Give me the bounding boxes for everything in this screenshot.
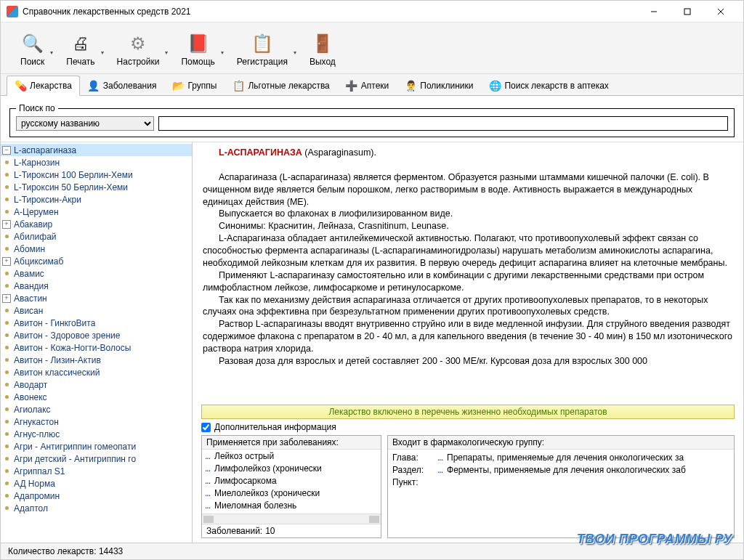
tree-item[interactable]: L-Тироксин-Акри	[1, 193, 192, 206]
toolbar-register[interactable]: 📋Регистрация▾	[226, 28, 299, 70]
bullet-icon	[2, 309, 11, 312]
additional-info-input[interactable]	[201, 423, 211, 432]
drug-article[interactable]: L-АСПАРАГИНАЗА (Asparaginasum). Аспараги…	[193, 142, 743, 405]
expand-icon[interactable]: +	[2, 220, 11, 229]
pharmacies-tab-icon: ➕	[346, 80, 357, 92]
tree-item[interactable]: Авонекс	[1, 391, 192, 403]
diseases-list[interactable]: ...Лейкоз острый...Лимфолейкоз (хроничес…	[202, 450, 381, 514]
article-paragraph: Выпускается во флаконах в лиофилизирован…	[203, 208, 735, 220]
help-icon: 📕	[187, 32, 210, 55]
tab-benefit[interactable]: 📋Льготные лекарства	[225, 76, 337, 95]
disease-item[interactable]: ...Миелолейкоз (хронически	[202, 487, 381, 499]
article-paragraph: Раствор L-аспарагиназы вводят внутривенн…	[203, 318, 735, 355]
bullet-icon	[2, 272, 11, 275]
pharm-row: Раздел:...Ферменты, применяемые для лече…	[392, 465, 729, 475]
settings-icon: ⚙	[126, 32, 150, 55]
tree-item[interactable]: Агриппал S1	[1, 465, 192, 477]
tab-groups[interactable]: 📂Группы	[164, 76, 225, 95]
link-icon[interactable]: ...	[205, 463, 210, 474]
toolbar-help[interactable]: 📕Помощь▾	[170, 28, 225, 70]
tree-item[interactable]: Агри - Антигриппин гомеопати	[1, 440, 192, 453]
tree-item[interactable]: Агнукастон	[1, 415, 192, 428]
tree-item[interactable]: Адаптол	[1, 502, 192, 514]
pharm-row: Пункт:	[392, 477, 729, 487]
toolbar-settings[interactable]: ⚙Настройки▾	[106, 28, 171, 70]
minimize-button[interactable]	[637, 1, 671, 23]
tree-item[interactable]: Адапромин	[1, 490, 192, 502]
bullet-icon	[2, 506, 11, 510]
window-title: Справочник лекарственных средств 2021	[23, 7, 637, 17]
tree-item[interactable]: Абилифай	[1, 230, 192, 243]
expand-icon[interactable]: +	[2, 294, 11, 303]
tree-item[interactable]: Аводарт	[1, 378, 192, 391]
tree-item[interactable]: Авамис	[1, 267, 192, 280]
tab-diseases[interactable]: 👤Заболевания	[80, 76, 165, 95]
search-icon: 🔍	[21, 32, 44, 55]
tree-item[interactable]: +Авастин	[1, 292, 192, 304]
tree-item[interactable]: Авандия	[1, 280, 192, 292]
expand-icon[interactable]: +	[2, 257, 11, 266]
article-paragraph: Применяют L-аспарагиназу самостоятельно …	[203, 269, 735, 294]
tab-drugs[interactable]: 💊Лекарства	[7, 76, 80, 96]
maximize-button[interactable]	[671, 1, 704, 23]
drugs-tab-icon: 💊	[15, 80, 26, 92]
toolbar-search[interactable]: 🔍Поиск▾	[9, 28, 55, 70]
search-input[interactable]	[158, 116, 728, 131]
dropdown-icon: ▾	[165, 49, 168, 56]
toolbar-print[interactable]: 🖨Печать▾	[55, 28, 105, 70]
tree-item[interactable]: Авитон классический	[1, 366, 192, 378]
tab-clinics[interactable]: 👨‍⚕️Поликлиники	[397, 76, 481, 95]
link-icon[interactable]: ...	[205, 500, 210, 511]
tree-item[interactable]: Агри детский - Антигриппин го	[1, 453, 192, 465]
bullet-icon	[2, 185, 11, 189]
disease-item[interactable]: ...Лейкоз острый	[202, 450, 381, 462]
tree-item[interactable]: L-Тироксин 50 Берлин-Хеми	[1, 181, 192, 193]
scrollbar-horizontal[interactable]	[202, 514, 381, 524]
tree-item[interactable]: −L-аспарагиназа	[1, 144, 192, 156]
bullet-icon	[2, 370, 11, 374]
tree-item[interactable]: Авитон - ГинкгоВита	[1, 317, 192, 329]
link-icon[interactable]: ...	[205, 488, 210, 498]
tree-item[interactable]: Авитон - Кожа-Ногти-Волосы	[1, 341, 192, 354]
bullet-icon	[2, 383, 11, 386]
disease-item[interactable]: ...Лимфосаркома	[202, 474, 381, 487]
bullet-icon	[2, 494, 11, 498]
tree-item[interactable]: L-Тироксин 100 Берлин-Хеми	[1, 169, 192, 181]
bullet-icon	[2, 321, 11, 325]
expand-icon[interactable]: −	[2, 146, 11, 155]
tree-item[interactable]: Авитон - Здоровое зрение	[1, 329, 192, 341]
tree-item[interactable]: Абомин	[1, 243, 192, 255]
additional-info-checkbox[interactable]: Дополнительная информация	[201, 422, 735, 432]
bullet-icon	[2, 482, 11, 485]
disease-item[interactable]: ...Лимфолейкоз (хронически	[202, 462, 381, 474]
register-icon: 📋	[251, 32, 274, 55]
tab-pharmacies[interactable]: ➕Аптеки	[338, 76, 397, 95]
drugs-tree[interactable]: −L-аспарагиназаL-КарнозинL-Тироксин 100 …	[1, 142, 193, 543]
print-icon: 🖨	[69, 32, 92, 55]
link-icon[interactable]: ...	[437, 465, 442, 475]
link-icon[interactable]: ...	[205, 451, 210, 461]
diseases-panel: Применяется при заболеваниях: ...Лейкоз …	[201, 435, 381, 538]
svg-rect-1	[684, 9, 690, 15]
link-icon[interactable]: ...	[437, 453, 442, 463]
tab-findpharm[interactable]: 🌐Поиск лекарств в аптеках	[481, 76, 616, 95]
link-icon[interactable]: ...	[205, 476, 210, 486]
tree-item[interactable]: Агиолакс	[1, 403, 192, 415]
tree-item[interactable]: L-Карнозин	[1, 156, 192, 169]
groups-tab-icon: 📂	[172, 80, 184, 92]
close-button[interactable]	[704, 1, 737, 23]
tree-item[interactable]: Агнус-плюс	[1, 428, 192, 440]
tree-item[interactable]: А-Церумен	[1, 206, 192, 218]
bullet-icon	[2, 247, 11, 251]
bullet-icon	[2, 457, 11, 460]
tree-item[interactable]: Ависан	[1, 304, 192, 317]
disease-item[interactable]: ...Миеломная болезнь	[202, 499, 381, 511]
pharm-group-panel: Входит в фармакологическую группу: Глава…	[387, 435, 735, 538]
tree-item[interactable]: АД Норма	[1, 477, 192, 490]
search-mode-select[interactable]: русскому названию	[16, 116, 154, 131]
toolbar-exit[interactable]: 🚪Выход	[299, 28, 347, 70]
tree-item[interactable]: +Абакавир	[1, 218, 192, 230]
tree-item[interactable]: +Абциксимаб	[1, 255, 192, 267]
tree-item[interactable]: Авитон - Лизин-Актив	[1, 354, 192, 366]
status-bar: Количество лекарств: 14433	[1, 543, 743, 559]
